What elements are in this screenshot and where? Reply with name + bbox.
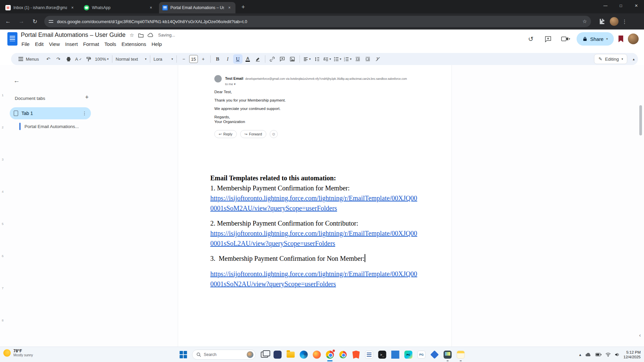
doc-heading[interactable]: Email Templates related to this automati… bbox=[210, 173, 420, 183]
email-template-link-member[interactable]: https://isijoftoronto.lightning.force.co… bbox=[210, 193, 420, 213]
menu-extensions[interactable]: Extensions bbox=[119, 40, 149, 48]
print-icon[interactable] bbox=[64, 54, 73, 64]
align-button[interactable]: ▾ bbox=[302, 54, 312, 64]
tab-close-icon[interactable]: × bbox=[227, 5, 232, 10]
email-template-link-non-member[interactable]: https://isijoftoronto.lightning.force.co… bbox=[210, 269, 420, 289]
hidden-icons-chevron-icon[interactable]: ▴ bbox=[579, 352, 581, 357]
menu-file[interactable]: File bbox=[19, 40, 32, 48]
comments-icon[interactable] bbox=[542, 33, 554, 45]
underline-button[interactable]: U bbox=[233, 54, 243, 64]
taskbar-weather-widget[interactable]: 78°F Mostly sunny bbox=[3, 349, 33, 357]
minimize-button[interactable]: — bbox=[598, 0, 613, 11]
google-docs-logo-icon[interactable] bbox=[7, 32, 17, 46]
maximize-button[interactable]: □ bbox=[613, 0, 629, 11]
version-history-icon[interactable]: ↺ bbox=[524, 33, 537, 45]
line-spacing-button[interactable] bbox=[312, 54, 322, 64]
insert-link-button[interactable] bbox=[268, 54, 277, 64]
volume-icon[interactable] bbox=[615, 353, 620, 357]
onedrive-cloud-icon[interactable] bbox=[585, 353, 591, 357]
vscode-icon[interactable] bbox=[391, 350, 400, 359]
browser-tab-docs-active[interactable]: Portal Email Automations – Use × bbox=[159, 2, 235, 13]
pycharm-icon[interactable]: PC bbox=[404, 350, 413, 359]
tab-options-icon[interactable]: ⋮ bbox=[82, 111, 87, 116]
reload-icon[interactable]: ↻ bbox=[30, 16, 40, 27]
browser-menu-icon[interactable]: ⋮ bbox=[621, 18, 629, 25]
wifi-icon[interactable] bbox=[605, 353, 611, 357]
paint-format-icon[interactable] bbox=[84, 54, 93, 64]
text-color-button[interactable]: A bbox=[243, 54, 253, 64]
font-select[interactable]: Lora ▾ bbox=[153, 54, 174, 64]
pgadmin-icon[interactable]: PG bbox=[417, 350, 426, 359]
close-button[interactable]: ✕ bbox=[629, 0, 644, 11]
browser-tab-gmail[interactable]: M Inbox (1) - ishann.tforce@gmail × bbox=[2, 2, 78, 13]
menu-format[interactable]: Format bbox=[80, 40, 102, 48]
file-explorer-icon[interactable] bbox=[286, 350, 295, 359]
italic-button[interactable]: I bbox=[223, 54, 232, 64]
undo-icon[interactable]: ↶ bbox=[44, 54, 53, 64]
template-item-label[interactable]: 2. Membership Payment Confirmation for C… bbox=[210, 218, 420, 228]
sidebar-item-tab1[interactable]: Tab 1 ⋮ bbox=[10, 107, 91, 119]
decrease-font-size-button[interactable]: − bbox=[179, 54, 189, 64]
insert-image-button[interactable] bbox=[288, 54, 297, 64]
search-highlight-image[interactable] bbox=[247, 351, 254, 358]
document-title[interactable]: Portal Email Automations – User Guide bbox=[21, 32, 125, 39]
taskbar-search-box[interactable]: Search bbox=[192, 350, 256, 360]
template-item-label[interactable]: 3. Membership Payment Confirmation for N… bbox=[210, 253, 420, 263]
decrease-indent-button[interactable] bbox=[353, 54, 363, 64]
back-icon[interactable]: ← bbox=[3, 16, 13, 27]
vm-monitor-app-icon[interactable] bbox=[443, 350, 452, 359]
bold-button[interactable]: B bbox=[213, 54, 222, 64]
extensions-puzzle-icon[interactable] bbox=[597, 16, 608, 27]
increase-indent-button[interactable] bbox=[363, 54, 373, 64]
account-avatar[interactable] bbox=[628, 34, 639, 44]
outline-heading-item[interactable]: Portal Email Automations... bbox=[19, 123, 79, 130]
forward-icon[interactable]: → bbox=[16, 16, 27, 27]
document-page[interactable]: Test Emaildevelopertwinforce@gmail.com v… bbox=[178, 65, 452, 347]
zoom-select[interactable]: 100% ▾ bbox=[94, 54, 110, 64]
numbered-list-button[interactable]: 123 ▾ bbox=[343, 54, 353, 64]
brave-icon[interactable] bbox=[352, 350, 361, 359]
cloud-status-icon[interactable] bbox=[148, 33, 154, 37]
increase-font-size-button[interactable]: + bbox=[199, 54, 208, 64]
tab-close-icon[interactable]: × bbox=[148, 5, 154, 10]
share-button[interactable]: Share ▾ bbox=[577, 32, 614, 46]
chrome-icon[interactable] bbox=[326, 350, 334, 359]
menus-button[interactable]: Menus bbox=[14, 54, 43, 64]
bulleted-list-button[interactable]: ▾ bbox=[333, 54, 342, 64]
address-bar[interactable]: docs.google.com/document/d/1jpc3R6Cmpii0… bbox=[44, 16, 591, 27]
edge-icon[interactable] bbox=[300, 350, 308, 359]
add-comment-button[interactable] bbox=[278, 54, 287, 64]
bookmark-star-icon[interactable]: ☆ bbox=[583, 18, 587, 24]
editing-mode-select[interactable]: ✎ Editing ▾ bbox=[594, 54, 627, 64]
browser-profile-avatar[interactable] bbox=[610, 17, 619, 26]
taskbar-clock[interactable]: 5:12 PM 12/4/2025 bbox=[624, 350, 641, 359]
highlight-color-button[interactable] bbox=[253, 54, 263, 64]
menu-view[interactable]: View bbox=[46, 40, 62, 48]
menu-help[interactable]: Help bbox=[149, 40, 165, 48]
spellcheck-icon[interactable]: A✓ bbox=[74, 54, 83, 64]
move-folder-icon[interactable] bbox=[138, 33, 144, 38]
hide-menus-icon[interactable]: ▴ bbox=[633, 57, 635, 61]
email-template-link-contributor[interactable]: https://isijoftoronto.lightning.force.co… bbox=[210, 228, 420, 248]
tab-close-icon[interactable]: × bbox=[70, 5, 75, 10]
battery-icon[interactable] bbox=[595, 353, 601, 356]
chrome-profile-icon[interactable] bbox=[339, 350, 347, 359]
checklist-button[interactable]: ▾ bbox=[322, 54, 332, 64]
sticky-notes-icon[interactable] bbox=[457, 350, 465, 359]
bookmark-icon[interactable] bbox=[619, 36, 623, 42]
add-tab-icon[interactable]: + bbox=[83, 94, 91, 103]
font-size-input[interactable]: 15 bbox=[189, 55, 198, 63]
url-text[interactable]: docs.google.com/document/d/1jpc3R6Cmpii0… bbox=[57, 19, 579, 24]
browser-tab-whatsapp[interactable]: ☎ WhatsApp × bbox=[80, 2, 157, 13]
firefox-icon[interactable] bbox=[313, 350, 321, 359]
menu-insert[interactable]: Insert bbox=[62, 40, 80, 48]
diamond-app-icon[interactable] bbox=[430, 350, 439, 359]
close-sidebar-arrow-icon[interactable]: ← bbox=[13, 77, 20, 84]
scrollbar-thumb[interactable] bbox=[639, 105, 642, 135]
mail-app-icon[interactable] bbox=[273, 350, 282, 359]
redo-icon[interactable]: ↷ bbox=[54, 54, 63, 64]
menu-tools[interactable]: Tools bbox=[102, 40, 119, 48]
terminal-icon[interactable]: >_ bbox=[378, 350, 387, 359]
task-view-icon[interactable] bbox=[260, 350, 269, 359]
start-button[interactable] bbox=[179, 350, 188, 359]
